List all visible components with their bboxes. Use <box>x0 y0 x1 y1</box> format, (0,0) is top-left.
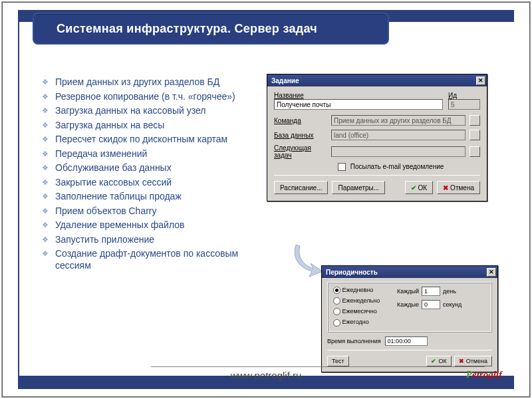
left-stripe <box>18 10 19 389</box>
separator <box>327 350 492 350</box>
label-next: Следующая задач <box>274 144 327 159</box>
label-every: Каждый <box>397 288 419 295</box>
label-monthly: Ежемесячно <box>342 308 377 315</box>
id-field <box>448 99 480 110</box>
every-sec-field[interactable] <box>422 300 440 309</box>
footer-rule <box>151 366 485 367</box>
radio-yearly[interactable] <box>333 319 340 327</box>
periodicity-dialog-title: Периодичность <box>326 269 378 276</box>
cancel-button[interactable]: ✖Отмена <box>437 181 480 194</box>
test-button[interactable]: Тест <box>327 356 349 366</box>
label-daily: Ежедневно <box>342 287 374 293</box>
separator <box>274 175 480 176</box>
list-item: Загрузка данных на кассовый узел <box>42 105 247 117</box>
list-item: Пересчет скидок по дисконтным картам <box>42 134 247 146</box>
label-weekly: Еженедельно <box>342 297 380 304</box>
task-dialog-title: Задание <box>271 77 299 84</box>
label-command: Команда <box>274 117 327 124</box>
radio-daily[interactable] <box>333 287 340 294</box>
task-dialog-titlebar: Задание ✕ <box>267 74 487 86</box>
list-item: Передача изменений <box>42 148 247 160</box>
close-icon[interactable]: ✕ <box>476 76 485 85</box>
next-task-picker-button[interactable] <box>469 146 480 157</box>
schedule-button[interactable]: Расписание... <box>274 181 328 194</box>
list-item: Загрузка данных на весы <box>42 120 247 132</box>
radio-weekly[interactable] <box>333 297 340 305</box>
command-field <box>331 115 466 126</box>
runtime-field[interactable] <box>385 336 428 346</box>
list-item: Удаление временных файлов <box>42 219 247 231</box>
radio-monthly[interactable] <box>333 308 340 315</box>
task-dialog: Задание ✕ Название Ид Команда <box>267 74 487 201</box>
list-item: Создание драфт-документов по кассовым се… <box>42 248 247 271</box>
label-db: База данных <box>274 132 327 139</box>
label-every-sec: Каждые <box>397 301 419 308</box>
list-item: Прием данных из других разделов БД <box>42 76 247 88</box>
check-icon: ✔ <box>411 184 416 192</box>
name-field[interactable] <box>274 99 443 110</box>
cancel-icon: ✖ <box>443 184 448 192</box>
periodicity-dialog: Периодичность ✕ Ежедневно Еженедельно Еж… <box>321 265 498 372</box>
footer-url: www.petroglif.ru <box>2 370 530 381</box>
label-runtime: Время выполнения <box>327 338 381 344</box>
list-item: Обслуживание баз данных <box>42 162 247 174</box>
params-button[interactable]: Параметры... <box>332 181 385 194</box>
label-email: Посылать e-mail уведомление <box>350 163 444 170</box>
list-item: Прием объектов Charry <box>42 205 247 217</box>
ok-button[interactable]: ✔ОК <box>405 181 434 194</box>
email-checkbox[interactable] <box>338 163 346 171</box>
label-name: Название <box>274 92 443 99</box>
label-yearly: Ежегодно <box>342 319 369 325</box>
label-id: Ид <box>448 92 480 99</box>
command-picker-button[interactable] <box>469 115 480 126</box>
list-item: Запустить приложение <box>42 234 247 246</box>
ok-button[interactable]: ✔ОК <box>426 356 451 366</box>
frequency-group: Ежедневно Еженедельно Ежемесячно Ежегодн… <box>327 282 492 332</box>
list-item: Закрытие кассовых сессий <box>42 177 247 189</box>
label-unit-day: день <box>443 288 456 295</box>
db-field <box>331 130 466 140</box>
next-task-field <box>331 146 466 157</box>
check-icon: ✔ <box>431 358 436 364</box>
petroglif-logo: Petroglif <box>466 369 502 380</box>
list-item: Заполнение таблицы продаж <box>42 191 247 203</box>
slide-title: Системная инфраструктура. Сервер задач <box>33 13 389 45</box>
slide-frame: Системная инфраструктура. Сервер задач П… <box>1 1 531 398</box>
close-icon[interactable]: ✕ <box>487 268 496 277</box>
list-item: Резервное копирование (в т.ч. «горячее») <box>42 91 247 103</box>
periodicity-dialog-titlebar: Периодичность ✕ <box>322 266 497 278</box>
cancel-icon: ✖ <box>459 358 464 364</box>
bullet-list: Прием данных из других разделов БД Резер… <box>42 76 247 274</box>
every-day-field[interactable] <box>422 287 440 296</box>
cancel-button[interactable]: ✖Отмена <box>454 356 492 366</box>
db-picker-button[interactable] <box>469 130 480 140</box>
label-unit-sec: секунд <box>443 301 462 308</box>
